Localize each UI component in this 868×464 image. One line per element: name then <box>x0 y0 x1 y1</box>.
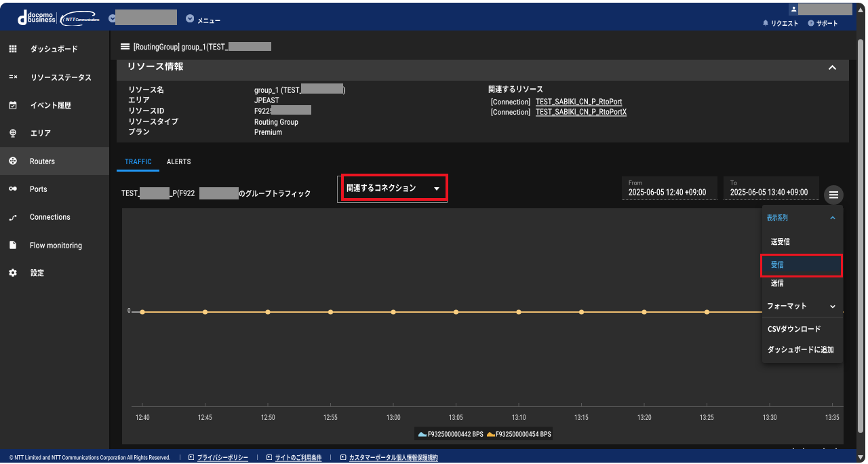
svg-text:Communications: Communications <box>76 18 100 22</box>
svg-text:?: ? <box>810 21 812 25</box>
svg-text:NTT: NTT <box>66 16 76 22</box>
